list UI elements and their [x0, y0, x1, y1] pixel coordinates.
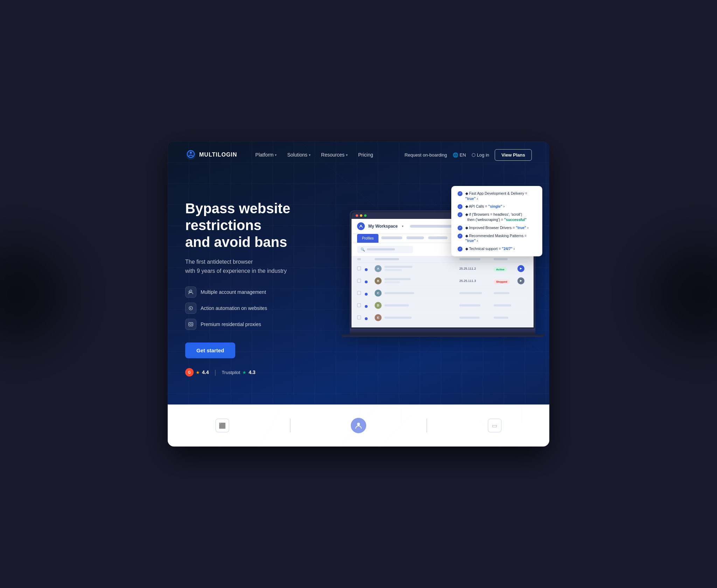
bottom-item-2 [351, 418, 366, 433]
check-icon-3: ✓ [458, 212, 462, 217]
row5-ip [459, 317, 491, 319]
app-tab-profiles[interactable]: Profiles [357, 234, 378, 243]
svg-point-30 [190, 290, 192, 292]
app-logo-sm [357, 222, 365, 230]
hero-left: Bypass website restrictions and avoid ba… [185, 189, 339, 376]
svg-point-33 [190, 308, 192, 309]
login-icon: ⬡ [472, 152, 475, 158]
window-minimize-dot [360, 214, 362, 217]
row2-name [384, 278, 457, 283]
search-placeholder [367, 248, 395, 250]
code-item-5: ✓ ◆ Recommended Masking Patterns = "true… [458, 233, 536, 243]
feature-proxies-text: Premium residential proxies [201, 321, 261, 327]
feature-accounts: Multiple account management [185, 286, 339, 298]
feature-automation: Action automation on websites [185, 303, 339, 314]
window-maximize-dot [364, 214, 367, 217]
automation-icon [185, 303, 196, 314]
tab-bar-2 [406, 236, 424, 239]
play-button-1[interactable]: ▶ [517, 265, 524, 272]
table-header-row [357, 256, 528, 263]
row2-avatar: B [375, 277, 382, 284]
bottom-circle-icon [351, 418, 366, 433]
table-row: C [357, 287, 528, 299]
row5-check [357, 316, 362, 319]
check-icon-2: ✓ [458, 204, 462, 209]
row2-ip: 25.25.111.3 [459, 279, 491, 283]
row1-check [357, 267, 362, 270]
row2-action[interactable]: ▶ [517, 277, 528, 284]
trustpilot-label: Trustpilot [222, 370, 240, 375]
hero-subtitle: The first antidetect browser with 9 year… [185, 257, 339, 275]
nav-platform[interactable]: Platform ▾ [251, 150, 281, 160]
col-header-check [357, 258, 362, 260]
bottom-box-icon-1: ⬛ [215, 418, 229, 433]
check-icon-4: ✓ [458, 226, 462, 230]
workspace-chevron-icon: ▾ [402, 224, 404, 228]
trustpilot-star-icon: ★ [242, 370, 246, 375]
status-badge-stopped: Stopped [494, 279, 510, 284]
window-close-dot [356, 214, 358, 217]
tab-bar-3 [428, 236, 447, 239]
main-page: MULTILOGIN Platform ▾ Solutions ▾ Resour… [168, 141, 549, 447]
row1-action[interactable]: ▶ [517, 265, 528, 272]
ratings-row: G ★ 4.4 | Trustpilot ★ 4.3 [185, 368, 339, 376]
bottom-item-1: ⬛ [215, 418, 229, 433]
table-row: B 25.25.111.3 Stopped [357, 275, 528, 287]
code-card: ✓ ◆ Fast App Development & Delivery = "t… [451, 186, 542, 256]
nav-links: Platform ▾ Solutions ▾ Resources ▾ Prici… [251, 150, 404, 160]
status-badge-active: Active [494, 267, 507, 272]
tab-bar-1 [381, 236, 402, 239]
row3-name [384, 292, 457, 294]
row3-avatar: C [375, 290, 382, 297]
nav-pricing[interactable]: Pricing [354, 150, 377, 160]
svg-point-31 [188, 291, 190, 292]
feature-proxies: Premium residential proxies [185, 319, 339, 330]
row4-ip [459, 304, 491, 306]
row2-check [357, 279, 362, 283]
nav-resources[interactable]: Resources ▾ [317, 150, 352, 160]
nav-solutions[interactable]: Solutions ▾ [283, 150, 315, 160]
feature-automation-text: Action automation on websites [201, 305, 267, 311]
logo[interactable]: MULTILOGIN [185, 149, 237, 160]
solutions-chevron-icon: ▾ [309, 153, 311, 157]
row5-status [494, 317, 515, 319]
col-header-name [375, 258, 457, 260]
row1-avatar-indicator [365, 266, 372, 271]
feature-list: Multiple account management Action autom… [185, 286, 339, 330]
row1-ip: 25.25.111.2 [459, 267, 491, 270]
nav-login[interactable]: ⬡ Log in [472, 152, 489, 158]
col-header-ip [459, 258, 491, 260]
nav-request-onboarding[interactable]: Request on-boarding [404, 152, 447, 158]
g2-star-icon: ★ [196, 370, 200, 375]
table-row: D [357, 299, 528, 312]
svg-point-29 [190, 152, 192, 154]
g2-score: 4.4 [202, 369, 209, 375]
bottom-divider-1 [290, 418, 291, 433]
row4-check [357, 303, 362, 307]
trustpilot-rating: Trustpilot ★ 4.3 [222, 369, 255, 375]
nav-language[interactable]: 🌐 EN [453, 152, 466, 158]
stop-icon-2: ▶ [520, 279, 522, 282]
row4-indicator [365, 303, 372, 308]
stop-button-2[interactable]: ▶ [517, 277, 524, 284]
row4-name [384, 304, 457, 306]
bottom-item-3: ▭ [488, 418, 502, 433]
row3-status [494, 292, 515, 294]
logo-text: MULTILOGIN [199, 152, 237, 158]
svg-point-35 [190, 324, 192, 325]
row3-indicator [365, 291, 372, 296]
check-icon-1: ✓ [458, 191, 462, 196]
row1-status: Active [494, 265, 515, 272]
table-row: A 25.25.111.2 Active [357, 263, 528, 275]
get-started-button[interactable]: Get started [185, 343, 235, 358]
row4-avatar: D [375, 302, 382, 309]
code-item-6: ✓ ◆ Technical support = "24/7" › [458, 246, 536, 251]
bottom-box-icon-2: ▭ [488, 418, 502, 433]
code-item-1: ✓ ◆ Fast App Development & Delivery = "t… [458, 191, 536, 201]
check-icon-5: ✓ [458, 234, 462, 238]
laptop-foot [341, 334, 545, 337]
row1-name [384, 266, 457, 271]
view-plans-button[interactable]: View Plans [495, 149, 532, 161]
app-search-box[interactable]: 🔍 [357, 246, 413, 253]
row2-status: Stopped [494, 278, 515, 284]
